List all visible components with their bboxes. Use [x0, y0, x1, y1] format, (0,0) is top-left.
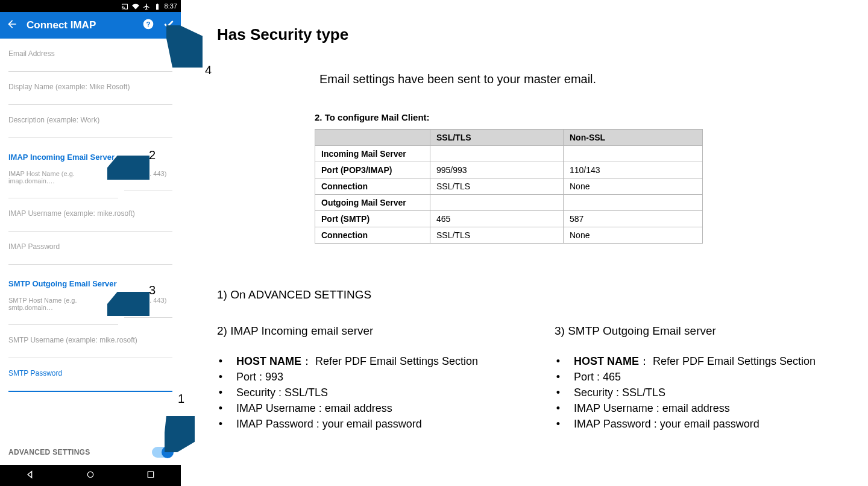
- svg-text:?: ?: [146, 20, 150, 28]
- bullet-host-label: HOST NAME: [236, 355, 301, 367]
- svg-rect-3: [148, 472, 153, 477]
- help-icon[interactable]: ?: [142, 18, 154, 33]
- display-name-field[interactable]: Display Name (example: Mike Rosoft): [8, 83, 172, 91]
- table-row: Port (SMTP): [315, 211, 430, 227]
- imap-password-field[interactable]: IMAP Password: [8, 242, 172, 251]
- table-row: Connection: [315, 178, 430, 195]
- callout-label-4: 4: [205, 63, 212, 77]
- smtp-username-field[interactable]: SMTP Username (example: mike.rosoft): [8, 336, 172, 344]
- svg-line-9: [112, 295, 146, 310]
- table-cell: 110/143: [564, 162, 703, 178]
- advanced-settings-row[interactable]: ADVANCED SETTINGS: [0, 440, 181, 465]
- bullet-username: IMAP Username : email address: [574, 400, 730, 416]
- wifi-icon: [132, 2, 139, 10]
- bullet-host-label: HOST NAME: [574, 355, 639, 367]
- smtp-host-field[interactable]: SMTP Host Name (e.g. smtp.domain…: [8, 297, 118, 311]
- callout-arrow-2: [107, 156, 149, 180]
- step-2: 2) IMAP Incoming email server: [217, 324, 373, 338]
- smtp-bullet-list: •HOST NAME： Refer PDF Email Settings Sec…: [555, 353, 816, 432]
- table-row: Incoming Mail Server: [315, 146, 430, 162]
- svg-line-5: [172, 30, 200, 65]
- callout-arrow-3: [107, 292, 149, 316]
- mail-config-heading: 2. To configure Mail Client:: [315, 112, 430, 122]
- col-ssl: SSL/TLS: [430, 130, 564, 146]
- bullet-host-rest: ： Refer PDF Email Settings Section: [301, 355, 478, 367]
- bullet-host-rest: ： Refer PDF Email Settings Section: [639, 355, 816, 367]
- mail-config-table: SSL/TLS Non-SSL Incoming Mail Server Por…: [315, 129, 703, 244]
- bullet-password: IMAP Password : your email password: [574, 416, 760, 432]
- imap-host-field[interactable]: IMAP Host Name (e.g. imap.domain.…: [8, 170, 118, 185]
- step-1: 1) On ADVANCED SETTINGS: [217, 288, 371, 301]
- email-field[interactable]: Email Address: [8, 49, 172, 58]
- table-cell: None: [564, 227, 703, 244]
- advanced-settings-label: ADVANCED SETTINGS: [8, 448, 90, 456]
- table-cell: 587: [564, 211, 703, 227]
- smtp-section-heading: SMTP Outgoing Email Server: [8, 279, 172, 288]
- airplane-icon: [143, 2, 150, 10]
- callout-arrow-1: [165, 416, 195, 452]
- bullet-username: IMAP Username : email address: [236, 400, 392, 416]
- cast-icon: [121, 2, 128, 10]
- table-row: Port (POP3/IMAP): [315, 162, 430, 178]
- app-title: Connect IMAP: [27, 19, 96, 31]
- bullet-security: Security : SSL/TLS: [574, 385, 665, 400]
- back-icon[interactable]: [6, 18, 18, 33]
- callout-arrow-4: [166, 25, 203, 68]
- imap-username-field[interactable]: IMAP Username (example: mike.rosoft): [8, 209, 172, 218]
- bullet-security: Security : SSL/TLS: [236, 385, 328, 400]
- step-3: 3) SMTP Outgoing Email server: [555, 324, 716, 338]
- table-row: Connection: [315, 227, 430, 244]
- nav-recents-icon[interactable]: [146, 470, 156, 482]
- smtp-password-field[interactable]: SMTP Password: [8, 369, 172, 377]
- svg-line-7: [112, 159, 146, 174]
- bullet-port: Port : 993: [236, 369, 283, 385]
- callout-label-2: 2: [149, 148, 156, 162]
- table-cell: 465: [430, 211, 564, 227]
- callout-label-3: 3: [149, 283, 156, 297]
- svg-line-11: [171, 419, 189, 447]
- svg-point-2: [87, 472, 93, 477]
- imap-bullet-list: •HOST NAME： Refer PDF Email Settings Sec…: [217, 353, 478, 432]
- phone-screenshot: 8:37 Connect IMAP ? Email Address Displa…: [0, 0, 181, 486]
- table-cell: 995/993: [430, 162, 564, 178]
- bullet-port: Port : 465: [574, 369, 621, 385]
- table-cell: SSL/TLS: [430, 178, 564, 195]
- doc-title: Has Security type: [217, 25, 348, 44]
- nav-back-icon[interactable]: [25, 470, 35, 482]
- form-area: Email Address Display Name (example: Mik…: [0, 49, 181, 392]
- table-row: Outgoing Mail Server: [315, 195, 430, 211]
- app-title-bar: Connect IMAP ?: [0, 12, 181, 39]
- callout-label-1: 1: [178, 392, 184, 406]
- description-field[interactable]: Description (example: Work): [8, 116, 172, 124]
- table-cell: None: [564, 178, 703, 195]
- status-time: 8:37: [165, 2, 177, 10]
- col-nonssl: Non-SSL: [564, 130, 703, 146]
- battery-icon: [154, 2, 161, 10]
- sent-confirmation: Email settings have been sent to your ma…: [319, 72, 596, 86]
- nav-home-icon[interactable]: [86, 470, 95, 482]
- bullet-password: IMAP Password : your email password: [236, 416, 422, 432]
- table-cell: SSL/TLS: [430, 227, 564, 244]
- status-bar: 8:37: [0, 0, 181, 12]
- android-nav-bar: [0, 465, 181, 486]
